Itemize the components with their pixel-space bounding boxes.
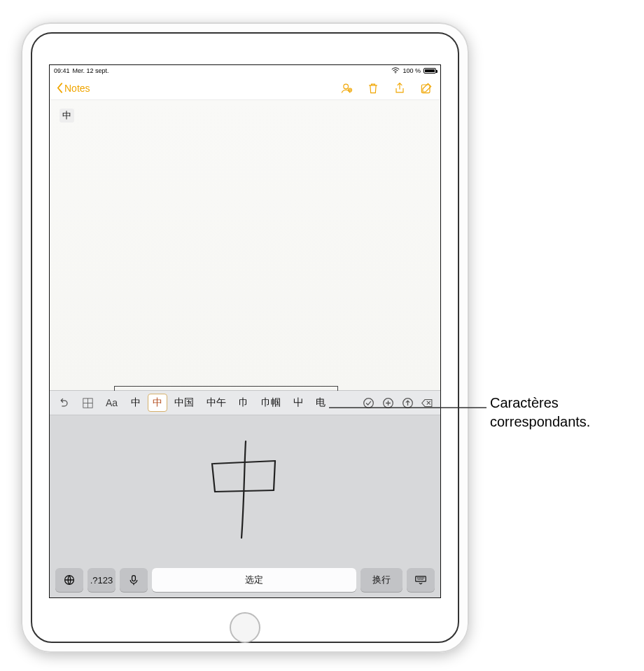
space-key[interactable]: 选定 [152,568,356,592]
svg-point-1 [344,84,349,89]
handwriting-pad[interactable] [50,415,440,564]
callout-label: Caractères correspondants. [490,394,590,431]
battery-text: 100 % [402,67,421,74]
candidate-char[interactable]: 屮 [288,394,309,412]
share-icon[interactable] [393,81,407,95]
back-label: Notes [64,83,90,94]
numbers-key[interactable]: .?123 [88,568,115,592]
keyboard-bottom-row: .?123 选定 换行 [50,564,440,597]
undo-icon[interactable] [54,394,75,411]
grid-icon[interactable] [78,395,98,411]
note-content[interactable]: 中 [50,100,440,390]
wifi-icon [391,67,400,75]
status-time: 09:41 [54,67,70,74]
callout-line1: Caractères [490,394,590,413]
candidate-bracket [114,386,338,391]
svg-point-0 [396,72,396,73]
status-bar: 09:41 Mer. 12 sept. 100 % [50,65,440,76]
delete-icon[interactable] [366,81,380,95]
callout-line2: correspondants. [490,413,590,431]
bezel: 09:41 Mer. 12 sept. 100 % Notes [31,32,459,643]
nav-bar: Notes [50,76,440,100]
candidate-char[interactable]: 巾帼 [255,394,286,412]
svg-rect-9 [132,576,136,581]
mic-key[interactable] [120,568,148,592]
aa-icon[interactable]: Aa [101,394,122,411]
candidate-char[interactable]: 中午 [201,394,232,412]
candidate-char[interactable]: 中国 [169,394,200,412]
ipad-frame: 09:41 Mer. 12 sept. 100 % Notes [21,22,469,653]
status-date: Mer. 12 sept. [73,67,109,74]
candidate-bar: Aa 中中中国中午巾巾帼屮电 [50,390,440,415]
typed-character: 中 [59,109,74,123]
compose-icon[interactable] [419,81,433,95]
dismiss-keyboard-key[interactable] [407,568,435,592]
return-key[interactable]: 换行 [360,568,402,592]
candidate-char[interactable]: 中 [125,394,146,412]
handwritten-stroke [200,436,290,544]
home-button[interactable] [230,612,260,643]
callout-leader [329,405,490,410]
collaborate-icon[interactable] [340,81,354,95]
back-button[interactable]: Notes [57,83,90,94]
globe-key[interactable] [55,568,83,592]
screen: 09:41 Mer. 12 sept. 100 % Notes [49,64,441,598]
candidate-char[interactable]: 巾 [233,394,254,412]
candidate-char[interactable]: 中 [148,394,167,412]
battery-icon [424,68,436,74]
svg-rect-10 [416,576,426,581]
candidate-char[interactable]: 电 [310,394,331,412]
